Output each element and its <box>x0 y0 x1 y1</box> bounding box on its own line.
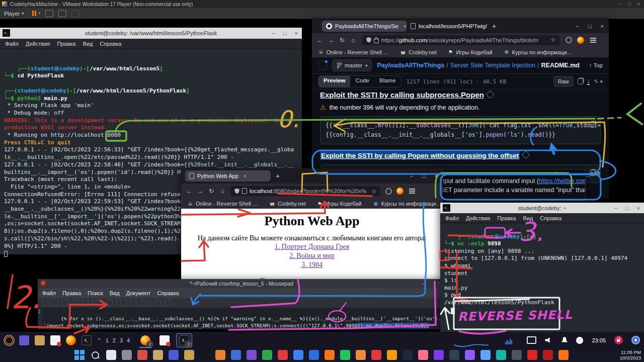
book-link[interactable]: 2. Война и мир <box>181 251 443 260</box>
terminal-window-nc[interactable]: >_ student@codeby: ~ − □ × ФайлДействияП… <box>440 203 644 332</box>
taskbar-app-icon[interactable] <box>293 350 303 360</box>
launcher-mousepad-icon[interactable] <box>50 335 60 345</box>
workspace-number[interactable]: 3 <box>120 337 123 343</box>
new-file-icon[interactable] <box>42 300 48 306</box>
terminal-maximize-button[interactable]: □ <box>283 30 287 36</box>
fragment-minimize-button[interactable]: − <box>542 170 545 176</box>
system-clock[interactable]: 11:05 PM 10/2/2023 <box>620 349 641 360</box>
search-icon[interactable] <box>154 300 161 306</box>
taskbar-app-icon[interactable] <box>309 350 319 360</box>
terminal-close-button[interactable]: × <box>295 30 298 36</box>
windows-search-icon[interactable] <box>92 351 99 359</box>
terminal-minimize-button[interactable]: − <box>272 30 275 36</box>
launcher-terminal-icon[interactable]: $_ <box>82 335 92 345</box>
launcher-expand-icon[interactable]: ^ <box>98 337 101 343</box>
taskbar-mousepad-button[interactable] <box>157 334 172 347</box>
taskbar-app-icon[interactable] <box>371 350 381 360</box>
breadcrumb-section[interactable]: Server Side Template Injection <box>450 62 535 69</box>
forward-icon[interactable]: → <box>326 37 336 44</box>
taskbar-app-icon[interactable] <box>480 350 491 360</box>
mousepad-window[interactable]: *~/Рабочий стол/tmp_lesson_5 - Mousepad … <box>38 279 445 329</box>
mousepad-menu-item[interactable]: Поиск <box>88 290 103 296</box>
vmware-close-button[interactable]: × <box>637 2 640 7</box>
bookmark-star-icon[interactable]: ☆ <box>371 188 376 195</box>
pause-caret-icon[interactable]: ▾ <box>38 11 40 16</box>
book-link[interactable]: 1. Портрет Дориана Грея <box>181 242 443 251</box>
new-tab-button[interactable]: + <box>492 22 496 30</box>
taskbar-app-icon[interactable] <box>247 350 257 360</box>
bookmark-item[interactable]: Курсы по информаци… <box>504 49 573 55</box>
player-menu-caret-icon[interactable]: ▾ <box>22 11 24 16</box>
fullscreen-icon[interactable] <box>58 10 66 17</box>
back-icon[interactable]: ← <box>315 37 325 44</box>
forward-icon[interactable]: → <box>195 188 205 195</box>
terminal-menu-item[interactable]: Файл <box>445 215 459 221</box>
ssti-subprocess-heading[interactable]: Exploit the SSTI by calling subprocess.P… <box>320 90 484 99</box>
window-minimize-button[interactable]: − <box>410 173 413 179</box>
notifications-bell-icon[interactable] <box>561 337 568 343</box>
tab-payloadsallthethings[interactable]: PayloadsAllTheThings/Se × <box>322 21 407 32</box>
search-replace-icon[interactable] <box>165 300 171 306</box>
terminal-menu-item[interactable]: Справка <box>100 41 121 47</box>
fragment-close-button[interactable]: × <box>567 170 570 176</box>
taskbar-app-icon[interactable] <box>106 350 116 360</box>
workspace-number[interactable]: 1 <box>106 337 109 343</box>
bookmark-item[interactable]: Online - Reverse Shell … <box>318 49 389 55</box>
taskbar-app-icon[interactable] <box>122 350 132 360</box>
taskbar-app-icon[interactable] <box>325 350 335 360</box>
copy-file-icon[interactable] <box>578 78 583 84</box>
taskbar-firefox-button[interactable]: 2 <box>138 334 153 347</box>
code-block-subprocess[interactable]: {{''.__class__.mro()[1].__subclasses__()… <box>320 116 601 144</box>
copy-icon[interactable] <box>130 300 137 306</box>
file-view-tab[interactable]: Preview <box>318 76 350 87</box>
taskbar-app-icon[interactable] <box>496 350 506 360</box>
workspace-number[interactable]: 4 <box>127 337 130 343</box>
download-icon[interactable]: ↓ <box>587 78 590 85</box>
reload-icon[interactable] <box>82 300 89 306</box>
home-icon[interactable]: ⌂ <box>348 37 358 44</box>
branch-selector[interactable]: master ▾ <box>332 59 372 71</box>
bookmark-item[interactable]: Codeby.net <box>400 49 436 55</box>
home-icon[interactable]: ⌂ <box>217 188 227 195</box>
mousepad-editor[interactable]: 1 {% for x in ().__class__.__base__.__su… <box>38 308 445 329</box>
cut-icon[interactable] <box>120 300 127 306</box>
reload-icon[interactable]: ↻ <box>206 188 216 195</box>
reload-icon[interactable]: ↻ <box>337 37 347 44</box>
volume-icon[interactable] <box>545 337 552 343</box>
taskbar-terminal-button[interactable]: $_ 2 <box>176 333 192 347</box>
taskbar-app-icon[interactable] <box>387 350 397 360</box>
terminal-menu-item[interactable]: Вид <box>83 41 93 47</box>
file-view-tab[interactable]: Code <box>350 76 374 87</box>
terminal-maximize-button[interactable]: □ <box>625 205 629 211</box>
taskbar-app-icon[interactable] <box>184 350 194 360</box>
mousepad-titlebar[interactable]: *~/Рабочий стол/tmp_lesson_5 - Mousepad … <box>38 279 445 288</box>
session-icon[interactable] <box>631 336 640 344</box>
taskbar-app-icon[interactable] <box>558 350 569 360</box>
launcher-firefox-icon[interactable] <box>66 335 76 345</box>
file-view-tab[interactable]: Blame <box>374 76 401 87</box>
paste-icon[interactable] <box>140 300 147 306</box>
taskbar-app-icon[interactable] <box>340 350 350 360</box>
terminal-minimize-button[interactable]: − <box>614 205 617 211</box>
back-icon[interactable]: ← <box>184 188 194 195</box>
edit-pencil-icon[interactable]: ✎ ▾ <box>594 78 603 85</box>
payload-text[interactable]: {% for x in ().__class__.__base__.__subc… <box>42 308 445 329</box>
terminal-nc-titlebar[interactable]: >_ student@codeby: ~ − □ × <box>440 203 644 213</box>
taskbar-app-icon[interactable] <box>465 350 475 360</box>
workspace-number[interactable]: 2 <box>113 337 116 343</box>
taskbar-app-icon[interactable] <box>512 350 522 360</box>
tab-close-icon[interactable]: × <box>404 24 407 29</box>
window-maximize-button[interactable]: □ <box>588 23 592 29</box>
windows-start-button[interactable] <box>74 350 85 360</box>
scroll-top-link[interactable]: ↑ Top <box>589 62 603 68</box>
url-bar[interactable]: https://github.com/swisskyrepo/PayloadsA… <box>362 35 559 45</box>
bookmark-item[interactable]: Курсы по информаци… <box>373 201 442 207</box>
kali-menu-icon[interactable] <box>3 334 15 346</box>
taskbar-app-icon[interactable] <box>200 350 210 360</box>
tab-close-icon[interactable]: × <box>244 173 247 179</box>
vmware-maximize-button[interactable]: □ <box>628 2 631 7</box>
ssti-popen-heading[interactable]: Exploit the SSTI by calling Popen withou… <box>320 151 520 160</box>
copy-code-icon[interactable] <box>590 122 595 128</box>
vm-clock[interactable]: 23:05 <box>592 337 606 343</box>
mousepad-menu-item[interactable]: Справка <box>157 290 179 296</box>
